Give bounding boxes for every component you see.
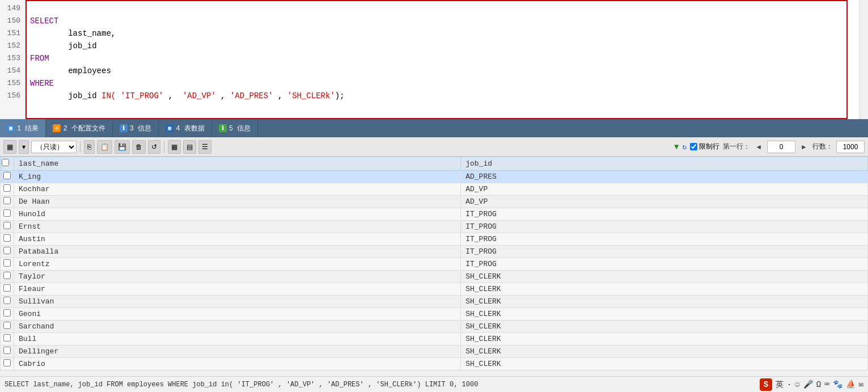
- row-checkbox[interactable]: [3, 234, 11, 242]
- row-checkbox-cell: [1, 345, 14, 358]
- rowcount-input[interactable]: [836, 141, 865, 153]
- cell-job-id: IT_PROG: [461, 221, 868, 233]
- table-row[interactable]: TaylorSH_CLERK: [1, 271, 868, 283]
- filter-icon[interactable]: ▼: [674, 142, 679, 151]
- table-row[interactable]: LorentzIT_PROG: [1, 258, 868, 271]
- table-row[interactable]: FleaurSH_CLERK: [1, 283, 868, 296]
- header-last-name[interactable]: last_name: [14, 157, 461, 171]
- cell-last-name: Hunold: [14, 208, 461, 221]
- status-icon-6[interactable]: ⌨: [824, 380, 829, 389]
- table-row[interactable]: HunoldIT_PROG: [1, 208, 868, 221]
- next-page-btn[interactable]: ►: [799, 143, 809, 151]
- copy-btn[interactable]: ⎘: [84, 140, 95, 154]
- tab-tabledata[interactable]: ▦ 4 表数据: [159, 119, 211, 137]
- table-row[interactable]: ErnstIT_PROG: [1, 221, 868, 233]
- row-checkbox[interactable]: [3, 359, 11, 366]
- table-row[interactable]: De HaanAD_VP: [1, 196, 868, 208]
- status-icon-2[interactable]: ·: [787, 380, 791, 389]
- cell-job-id: SH_CLERK: [461, 296, 868, 308]
- revert-btn[interactable]: ↺: [148, 140, 160, 154]
- tab-info1-icon: ℹ: [120, 124, 128, 132]
- status-icon-3[interactable]: ☺: [795, 380, 799, 389]
- tab-tabledata-icon: ▦: [166, 124, 173, 132]
- cell-job-id: IT_PROG: [461, 258, 868, 271]
- options-btn[interactable]: ▾: [19, 140, 29, 154]
- status-icon-5[interactable]: Ω: [816, 380, 821, 389]
- cell-last-name: Taylor: [14, 271, 461, 283]
- row-checkbox[interactable]: [3, 247, 11, 254]
- data-grid: last_name job_id K_ingAD_PRESKochharAD_V…: [0, 157, 868, 370]
- mode-select[interactable]: （只读）: [31, 141, 77, 153]
- table-row[interactable]: SarchandSH_CLERK: [1, 321, 868, 333]
- data-grid-wrapper[interactable]: last_name job_id K_ingAD_PRESKochharAD_V…: [0, 157, 868, 376]
- row-checkbox[interactable]: [3, 259, 11, 267]
- tab-results[interactable]: ▦ 1 结果: [0, 119, 46, 137]
- table-row[interactable]: KochharAD_VP: [1, 183, 868, 196]
- tab-info1[interactable]: ℹ 3 信息: [113, 119, 159, 137]
- code-line-150: SELECT: [30, 15, 854, 27]
- header-job-id[interactable]: job_id: [461, 157, 868, 171]
- limit-checkbox[interactable]: [690, 143, 697, 150]
- row-checkbox-cell: [1, 321, 14, 333]
- cell-last-name: Cabrio: [14, 358, 461, 370]
- row-checkbox[interactable]: [3, 184, 11, 192]
- status-sql-text: SELECT last_name, job_id FROM employees …: [5, 381, 478, 389]
- editor-scrollbar[interactable]: [859, 0, 868, 119]
- table-row[interactable]: SullivanSH_CLERK: [1, 296, 868, 308]
- refresh-icon[interactable]: ↻: [682, 142, 687, 151]
- status-icon-8[interactable]: ⛵: [846, 380, 856, 389]
- firstrow-input[interactable]: [767, 141, 795, 153]
- row-checkbox[interactable]: [3, 322, 11, 329]
- tab-results-label: 1 结果: [17, 124, 39, 133]
- status-icon-9[interactable]: ✉: [859, 380, 863, 389]
- code-line-156: job_id IN( 'IT_PROG' , 'AD_VP' , 'AD_PRE…: [30, 90, 854, 102]
- row-checkbox[interactable]: [3, 197, 11, 204]
- tab-info2[interactable]: ℹ 5 信息: [212, 119, 258, 137]
- table-row[interactable]: DellingerSH_CLERK: [1, 345, 868, 358]
- tab-tabledata-label: 4 表数据: [176, 124, 204, 133]
- table-row[interactable]: CabrioSH_CLERK: [1, 358, 868, 370]
- sql-editor: 149 150 151 152 153 154 155 156 SELECT l…: [0, 0, 868, 119]
- row-checkbox[interactable]: [3, 334, 11, 342]
- row-checkbox[interactable]: [3, 272, 11, 279]
- rowcount-label: 行数：: [812, 142, 833, 151]
- tab-config-icon: ⚙: [53, 124, 61, 132]
- table-row[interactable]: BullSH_CLERK: [1, 333, 868, 345]
- table-row[interactable]: K_ingAD_PRES: [1, 171, 868, 183]
- status-icon-1[interactable]: 英: [776, 380, 784, 390]
- cell-last-name: Geoni: [14, 308, 461, 321]
- table-row[interactable]: GeoniSH_CLERK: [1, 308, 868, 321]
- paste-btn[interactable]: 📋: [97, 140, 112, 154]
- row-checkbox-cell: [1, 208, 14, 221]
- cell-last-name: Pataballa: [14, 246, 461, 258]
- delete-btn[interactable]: 🗑: [132, 140, 146, 154]
- status-icon-7[interactable]: 🐾: [833, 380, 842, 389]
- header-checkbox-cell: [1, 157, 14, 171]
- row-checkbox-cell: [1, 183, 14, 196]
- row-checkbox[interactable]: [3, 172, 11, 179]
- grid-view-btn[interactable]: ▦: [168, 140, 181, 154]
- status-icon-4[interactable]: 🎤: [803, 380, 813, 389]
- row-checkbox-cell: [1, 196, 14, 208]
- sogou-icon[interactable]: S: [760, 378, 772, 391]
- prev-page-btn[interactable]: ◄: [753, 143, 764, 151]
- form-view-btn[interactable]: ▤: [183, 140, 196, 154]
- row-checkbox[interactable]: [3, 309, 11, 317]
- table-row[interactable]: PataballaIT_PROG: [1, 246, 868, 258]
- text-view-btn[interactable]: ☰: [198, 140, 211, 154]
- select-all-checkbox[interactable]: [2, 159, 9, 166]
- save-btn[interactable]: 💾: [115, 140, 130, 154]
- row-checkbox[interactable]: [3, 347, 11, 354]
- cell-last-name: Fleaur: [14, 283, 461, 296]
- cell-last-name: Sullivan: [14, 296, 461, 308]
- code-content[interactable]: SELECT last_name, job_id FROM employees …: [26, 0, 859, 119]
- code-line-152: job_id: [30, 40, 854, 52]
- line-numbers: 149 150 151 152 153 154 155 156: [0, 0, 26, 119]
- tab-config[interactable]: ⚙ 2 个配置文件: [46, 119, 112, 137]
- table-row[interactable]: AustinIT_PROG: [1, 233, 868, 246]
- row-checkbox[interactable]: [3, 297, 11, 304]
- row-checkbox[interactable]: [3, 222, 11, 229]
- grid-icon-btn[interactable]: ▦: [3, 140, 16, 154]
- row-checkbox[interactable]: [3, 284, 11, 292]
- row-checkbox[interactable]: [3, 209, 11, 217]
